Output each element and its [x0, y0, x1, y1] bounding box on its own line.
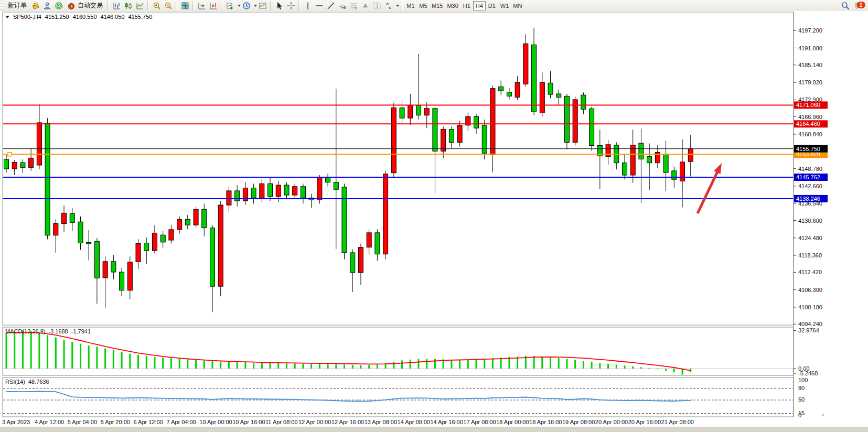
candle — [235, 191, 240, 201]
candle — [53, 223, 58, 235]
candle — [218, 205, 223, 286]
candle — [639, 143, 644, 159]
svg-text:4185.140: 4185.140 — [798, 62, 822, 68]
candle — [375, 233, 380, 254]
svg-text:14 Apr 16:00: 14 Apr 16:00 — [430, 419, 463, 425]
svg-text:4124.480: 4124.480 — [798, 235, 822, 241]
candle — [62, 213, 67, 223]
svg-text:4106.300: 4106.300 — [798, 287, 822, 293]
svg-text:18 Apr 00:00: 18 Apr 00:00 — [496, 419, 529, 425]
candle — [441, 129, 446, 151]
svg-text:4179.020: 4179.020 — [798, 79, 822, 85]
svg-text:4191.080: 4191.080 — [798, 45, 822, 51]
svg-text:4155.750: 4155.750 — [796, 146, 820, 152]
candle — [358, 247, 363, 273]
candle — [202, 209, 207, 228]
candle — [94, 241, 99, 278]
svg-text:4094.240: 4094.240 — [798, 321, 822, 327]
candle — [663, 154, 668, 172]
candle — [317, 177, 322, 200]
chart-canvas[interactable]: 4197.2004191.0804185.1404179.0204172.900… — [0, 0, 868, 432]
svg-text:80: 80 — [798, 385, 805, 391]
candle — [4, 159, 9, 169]
candle — [474, 117, 479, 128]
candle — [532, 45, 537, 112]
candle — [573, 100, 577, 143]
svg-text:4142.660: 4142.660 — [798, 183, 822, 189]
svg-text:19 Apr 08:00: 19 Apr 08:00 — [562, 419, 595, 425]
candle — [144, 243, 149, 251]
svg-text:4197.200: 4197.200 — [798, 27, 822, 34]
candle — [630, 145, 635, 175]
candle — [227, 191, 231, 205]
candle — [367, 233, 371, 247]
candle — [383, 174, 388, 254]
status-bar — [0, 427, 868, 432]
candle — [78, 222, 83, 243]
svg-text:10 Apr 16:00: 10 Apr 16:00 — [232, 419, 265, 425]
candle — [457, 125, 462, 143]
candle — [556, 94, 561, 98]
svg-text:-5.2468: -5.2468 — [798, 370, 818, 376]
candle — [136, 244, 141, 262]
candle — [160, 235, 165, 242]
svg-text:4171.060: 4171.060 — [796, 102, 820, 108]
candle — [251, 188, 256, 198]
svg-text:4118.360: 4118.360 — [798, 252, 822, 258]
svg-text:4130.600: 4130.600 — [798, 218, 822, 224]
candle — [169, 230, 174, 240]
candle — [29, 158, 34, 167]
candle — [400, 108, 404, 118]
candle — [590, 109, 594, 145]
svg-text:4 Apr 12:00: 4 Apr 12:00 — [35, 419, 64, 425]
candle — [20, 163, 25, 167]
svg-text:10 Apr 00:00: 10 Apr 00:00 — [199, 419, 232, 425]
svg-text:12 Apr 00:00: 12 Apr 00:00 — [298, 419, 331, 425]
svg-text:4112.420: 4112.420 — [798, 269, 822, 275]
candle — [499, 87, 503, 91]
candle — [688, 149, 693, 161]
candle — [293, 187, 297, 195]
svg-text:0: 0 — [798, 412, 801, 418]
candle — [606, 145, 610, 157]
candle — [120, 272, 124, 290]
candle — [70, 213, 74, 222]
candle — [342, 187, 347, 253]
candle — [515, 82, 520, 97]
candle — [177, 219, 182, 230]
candle — [581, 95, 586, 109]
candle — [111, 262, 116, 272]
svg-text:6 Apr 12:00: 6 Apr 12:00 — [134, 419, 163, 425]
candle — [268, 183, 273, 196]
svg-text:17 Apr 08:00: 17 Apr 08:00 — [463, 419, 496, 425]
candle — [523, 44, 528, 84]
svg-text:20 Apr 16:00: 20 Apr 16:00 — [628, 419, 661, 425]
candle — [680, 162, 685, 181]
svg-text:7 Apr 04:00: 7 Apr 04:00 — [166, 419, 196, 425]
candle — [507, 92, 511, 96]
candle — [103, 262, 108, 278]
candle — [127, 262, 132, 290]
svg-text:14 Apr 00:00: 14 Apr 00:00 — [398, 419, 430, 425]
svg-text:4100.180: 4100.180 — [798, 304, 822, 310]
candle — [152, 233, 157, 251]
svg-text:3 Apr 2023: 3 Apr 2023 — [2, 419, 30, 425]
candle — [548, 83, 553, 94]
candle — [647, 157, 652, 163]
candle — [210, 228, 215, 286]
svg-text:°: ° — [822, 413, 824, 419]
svg-text:4138.246: 4138.246 — [796, 196, 820, 202]
candle — [623, 163, 627, 175]
svg-text:11 Apr 08:00: 11 Apr 08:00 — [265, 419, 298, 425]
candle — [408, 105, 413, 118]
svg-text:5 Apr 04:00: 5 Apr 04:00 — [68, 419, 97, 425]
candle — [326, 177, 330, 182]
candle — [185, 219, 190, 225]
candle — [449, 129, 454, 142]
candle — [334, 182, 338, 190]
candle — [424, 109, 429, 115]
svg-text:4164.460: 4164.460 — [796, 121, 820, 127]
svg-text:4145.762: 4145.762 — [796, 174, 820, 180]
candle — [12, 163, 17, 169]
candle — [433, 109, 437, 152]
